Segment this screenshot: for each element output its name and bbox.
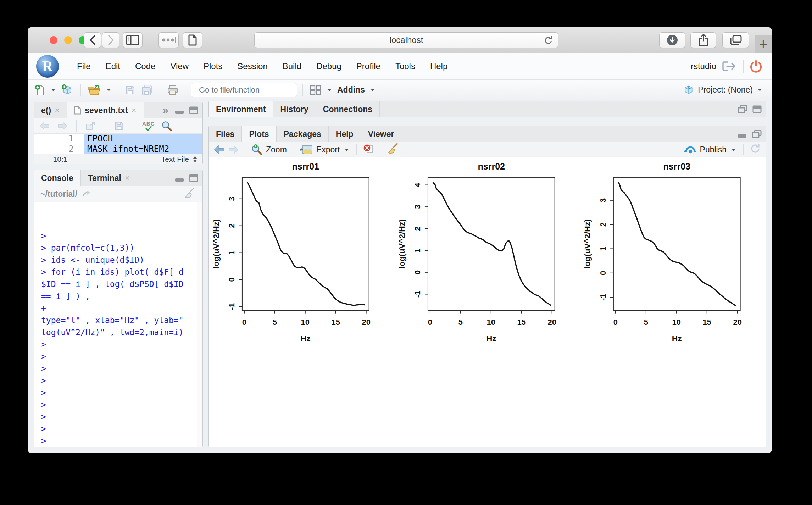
open-file-dropdown-caret[interactable] — [107, 89, 111, 91]
minimize-pane-icon[interactable] — [738, 130, 747, 138]
new-file-button[interactable] — [33, 84, 47, 96]
rstudio-menubar: R FileEditCodeViewPlotsSessionBuildDebug… — [28, 53, 772, 80]
pane-layout-button[interactable] — [308, 85, 323, 95]
console-line: > — [41, 447, 195, 447]
svg-text:-1: -1 — [227, 303, 236, 310]
svg-text:20: 20 — [547, 318, 556, 327]
close-tab-icon[interactable]: × — [55, 105, 60, 115]
menu-session[interactable]: Session — [230, 61, 275, 71]
open-file-button[interactable] — [86, 84, 102, 96]
next-plot-icon[interactable] — [228, 145, 239, 154]
new-project-button[interactable] — [60, 84, 75, 96]
menu-tools[interactable]: Tools — [388, 61, 423, 71]
open-in-window-icon[interactable] — [85, 121, 96, 131]
maximize-pane-icon[interactable] — [189, 106, 198, 114]
restore-pane-icon[interactable] — [752, 130, 762, 138]
plots-tab-files[interactable]: Files — [209, 126, 242, 142]
minimize-pane-icon[interactable] — [175, 174, 184, 182]
clear-console-button[interactable] — [183, 187, 196, 201]
line-text: MASK ifnot=NREM2 — [84, 144, 202, 154]
console-line: > — [41, 411, 195, 423]
addins-caret[interactable] — [371, 89, 375, 91]
save-button[interactable] — [123, 85, 137, 95]
addins-button[interactable]: Addins — [336, 85, 366, 95]
source-tab-seventhtxt[interactable]: seventh.txt× — [67, 102, 144, 118]
zoom-button[interactable]: Zoom — [251, 144, 288, 155]
svg-text:1: 1 — [413, 248, 422, 252]
close-tab-icon[interactable]: × — [125, 173, 130, 183]
save-source-icon[interactable] — [114, 121, 124, 131]
console-tab-terminal[interactable]: Terminal× — [81, 170, 137, 186]
new-page-button[interactable] — [183, 32, 202, 48]
code-line-1[interactable]: 1EPOCH — [34, 134, 202, 144]
restore-pane-icon[interactable] — [738, 105, 747, 113]
clear-all-plots-button[interactable] — [386, 142, 399, 157]
workspace: e()×seventh.txt×» ABC 1EPOCH2MASK ifnot — [28, 100, 772, 453]
menu-profile[interactable]: Profile — [349, 61, 388, 71]
divider — [160, 84, 160, 96]
downloads-button[interactable] — [659, 32, 685, 48]
close-window-button[interactable] — [50, 36, 57, 44]
spellcheck-abc-label: ABC — [142, 121, 155, 126]
plots-tab-viewer[interactable]: Viewer — [361, 126, 402, 142]
plots-tab-help[interactable]: Help — [329, 126, 361, 142]
show-tabs-button[interactable] — [722, 32, 749, 48]
share-button[interactable] — [690, 32, 716, 48]
nav-back-icon[interactable] — [40, 122, 50, 130]
minimize-pane-icon[interactable] — [175, 106, 184, 114]
tab-label: Files — [216, 129, 234, 139]
goto-file-input[interactable] — [198, 85, 302, 95]
refresh-plots-button[interactable] — [750, 143, 761, 156]
reload-button[interactable] — [543, 35, 554, 48]
new-file-dropdown-caret[interactable] — [51, 89, 55, 91]
maximize-pane-icon[interactable] — [189, 174, 198, 182]
console-scrollbar[interactable] — [197, 202, 202, 447]
publish-button[interactable]: Publish — [684, 145, 737, 155]
env-tab-connections[interactable]: Connections — [316, 101, 380, 117]
menu-plots[interactable]: Plots — [196, 61, 230, 71]
plots-tab-packages[interactable]: Packages — [277, 126, 329, 142]
plots-tab-plots[interactable]: Plots — [242, 126, 276, 142]
nav-forward-icon[interactable] — [57, 122, 67, 130]
goto-file-search[interactable] — [191, 83, 297, 97]
tab-group-button[interactable] — [158, 32, 179, 48]
menu-debug[interactable]: Debug — [309, 61, 349, 71]
source-tab-e[interactable]: e()× — [34, 102, 67, 118]
forward-button[interactable] — [102, 32, 119, 48]
print-button[interactable] — [166, 85, 180, 95]
share-icon — [698, 34, 709, 46]
menu-file[interactable]: File — [69, 61, 98, 71]
new-tab-button[interactable]: + — [755, 35, 772, 53]
sign-out-icon[interactable] — [722, 60, 738, 72]
close-tab-icon[interactable]: × — [132, 105, 137, 115]
minimize-window-button[interactable] — [64, 36, 72, 44]
menu-help[interactable]: Help — [423, 61, 455, 71]
address-bar[interactable]: localhost — [254, 32, 558, 48]
menu-build[interactable]: Build — [275, 61, 309, 71]
file-type-selector[interactable]: Text File — [156, 154, 202, 164]
previous-plot-icon[interactable] — [214, 145, 224, 154]
save-all-button[interactable] — [140, 84, 155, 96]
project-selector[interactable]: R Project: (None) — [683, 84, 766, 96]
menu-edit[interactable]: Edit — [98, 61, 128, 71]
pane-layout-caret[interactable] — [327, 89, 332, 91]
project-cube-icon: R — [683, 84, 694, 96]
console-output[interactable]: >> par(mfcol=c(1,3))> ids <- unique(d$ID… — [34, 202, 202, 447]
spellcheck-button[interactable]: ABC — [142, 121, 155, 131]
source-editor[interactable]: 1EPOCH2MASK ifnot=NREM2 — [34, 134, 202, 154]
console-tab-console[interactable]: Console — [34, 170, 81, 186]
sidebar-toggle-button[interactable] — [123, 32, 143, 48]
env-tab-environment[interactable]: Environment — [209, 101, 273, 117]
env-tab-history[interactable]: History — [273, 101, 316, 117]
quit-session-power-icon[interactable] — [749, 60, 763, 73]
menu-code[interactable]: Code — [128, 61, 163, 71]
find-replace-icon[interactable] — [161, 121, 172, 131]
more-tabs-icon[interactable]: » — [162, 104, 168, 116]
maximize-pane-icon[interactable] — [752, 105, 762, 113]
goto-directory-icon[interactable] — [82, 190, 92, 198]
back-button[interactable] — [84, 32, 101, 48]
export-button[interactable]: Export — [300, 144, 350, 155]
menu-view[interactable]: View — [163, 61, 196, 71]
code-line-2[interactable]: 2MASK ifnot=NREM2 — [34, 144, 202, 154]
remove-plot-button[interactable] — [363, 143, 374, 156]
